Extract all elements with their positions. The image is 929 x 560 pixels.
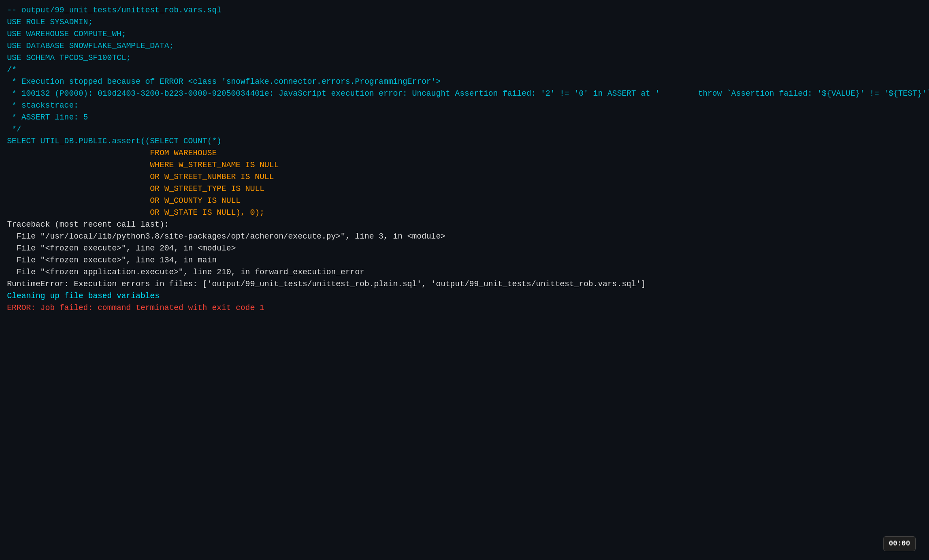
line-comment-close: */ bbox=[7, 123, 922, 135]
line-traceback-file1: File "/usr/local/lib/python3.8/site-pack… bbox=[7, 231, 922, 243]
line-use-schema: USE SCHEMA TPCDS_SF100TCL; bbox=[7, 52, 922, 64]
line-comment-execution-stopped: * Execution stopped because of ERROR <cl… bbox=[7, 76, 922, 88]
line-traceback-header: Traceback (most recent call last): bbox=[7, 219, 922, 231]
line-or-county: OR W_COUNTY IS NULL bbox=[7, 195, 922, 207]
line-use-warehouse: USE WAREHOUSE COMPUTE_WH; bbox=[7, 28, 922, 40]
line-comment-open: /* bbox=[7, 64, 922, 76]
line-or-state: OR W_STATE IS NULL), 0); bbox=[7, 207, 922, 219]
line-where-street-name: WHERE W_STREET_NAME IS NULL bbox=[7, 159, 922, 171]
line-use-role: USE ROLE SYSADMIN; bbox=[7, 16, 922, 28]
line-traceback-file3: File "<frozen execute>", line 134, in ma… bbox=[7, 254, 922, 266]
line-traceback-file4: File "<frozen application.execute>", lin… bbox=[7, 266, 922, 278]
line-use-database: USE DATABASE SNOWFLAKE_SAMPLE_DATA; bbox=[7, 40, 922, 52]
line-comment-error-detail: * 100132 (P0000): 019d2403-3200-b223-000… bbox=[7, 88, 922, 100]
line-from-warehouse: FROM WAREHOUSE bbox=[7, 147, 922, 159]
line-or-street-number: OR W_STREET_NUMBER IS NULL bbox=[7, 171, 922, 183]
line-select-assert: SELECT UTIL_DB.PUBLIC.assert((SELECT COU… bbox=[7, 135, 922, 147]
line-job-failed: ERROR: Job failed: command terminated wi… bbox=[7, 302, 922, 314]
terminal-output: -- output/99_unit_tests/unittest_rob.var… bbox=[7, 4, 922, 314]
line-comment-file: -- output/99_unit_tests/unittest_rob.var… bbox=[7, 4, 922, 16]
line-cleaning: Cleaning up file based variables bbox=[7, 290, 922, 302]
timer-badge: 00:00 bbox=[883, 536, 916, 551]
line-comment-assert-line: * ASSERT line: 5 bbox=[7, 112, 922, 123]
line-traceback-file2: File "<frozen execute>", line 204, in <m… bbox=[7, 243, 922, 254]
line-or-street-type: OR W_STREET_TYPE IS NULL bbox=[7, 183, 922, 195]
line-comment-stacktrace: * stackstrace: bbox=[7, 100, 922, 112]
line-runtime-error: RuntimeError: Execution errors in files:… bbox=[7, 278, 922, 290]
